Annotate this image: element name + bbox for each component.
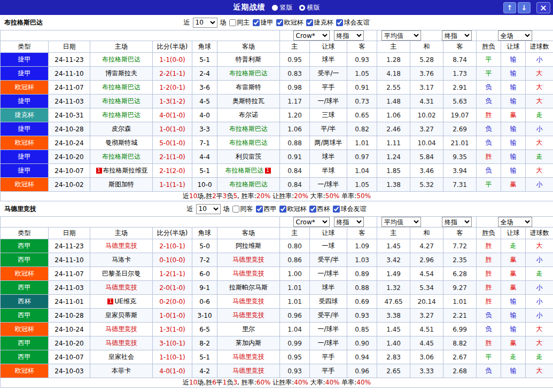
match-score[interactable]: 0-1(0-0) xyxy=(153,253,192,267)
layout-radio-vertical[interactable]: 竖版 xyxy=(272,3,293,12)
away-team-link[interactable]: 布拉格斯巴达 xyxy=(229,125,268,132)
checkbox-input[interactable] xyxy=(276,19,283,26)
home-team-link[interactable]: 马德里竞技 xyxy=(105,284,137,291)
home-team-link[interactable]: 布拉格斯巴达 xyxy=(102,97,141,105)
away-team-link[interactable]: 布雷斯特 xyxy=(236,83,261,91)
away-team-link[interactable]: 莱加内斯 xyxy=(236,339,261,347)
filter-checkbox[interactable]: 欧冠杯 xyxy=(279,205,307,214)
euro-odds-time-select[interactable]: 终指 xyxy=(442,30,472,41)
away-team-link[interactable]: 马德里竞技 xyxy=(232,367,264,374)
away-team-link[interactable]: 马德里竞技 xyxy=(232,270,264,277)
close-button[interactable]: × xyxy=(536,2,550,13)
match-count-select[interactable]: 10 xyxy=(196,204,221,214)
checkbox-input[interactable] xyxy=(256,206,263,213)
asian-odds-time-select[interactable]: 终指 xyxy=(334,217,364,227)
match-score[interactable]: 4-0(1-0) xyxy=(153,364,192,378)
home-team-link[interactable]: 博雷斯拉夫 xyxy=(105,69,137,77)
away-team-link[interactable]: 拉斯帕尔马斯 xyxy=(229,284,268,291)
layout-radio-horizontal[interactable]: 横版 xyxy=(299,3,320,12)
filter-checkbox[interactable]: 球会友谊 xyxy=(336,18,370,27)
filter-checkbox[interactable]: 捷甲 xyxy=(253,18,274,27)
home-team-link[interactable]: 马德里竞技 xyxy=(105,339,137,347)
match-score[interactable]: 1-2(0-1) xyxy=(153,81,192,95)
home-team-link[interactable]: 马德里竞技 xyxy=(105,242,137,249)
away-team-link[interactable]: 里尔 xyxy=(242,325,255,333)
move-up-button[interactable]: ↑ xyxy=(503,2,516,13)
match-score[interactable]: 1-2(1-1) xyxy=(153,267,192,281)
euro-odds-company-select[interactable]: 平均值 xyxy=(381,30,421,41)
home-team-link[interactable]: 皇家社会 xyxy=(108,353,134,360)
home-team-link[interactable]: 布拉格斯巴达 xyxy=(102,153,141,160)
home-team-link[interactable]: UE维克 xyxy=(114,297,136,305)
match-score[interactable]: 2-2(1-1) xyxy=(153,67,192,81)
match-score[interactable]: 1-1(0-0) xyxy=(153,53,192,67)
checkbox-input[interactable] xyxy=(253,19,260,26)
match-count-select[interactable]: 10 xyxy=(193,18,217,28)
asian-odds-company-select[interactable]: Crow* xyxy=(293,30,330,41)
radio-icon[interactable] xyxy=(272,5,278,11)
filter-checkbox[interactable]: 同客 xyxy=(232,205,253,214)
filter-checkbox[interactable]: 西甲 xyxy=(256,205,277,214)
match-score[interactable]: 4-0(1-0) xyxy=(153,108,192,122)
asian-odds-company-select[interactable]: Crow* xyxy=(293,217,330,227)
away-team-link[interactable]: 奥斯特拉瓦 xyxy=(232,97,264,105)
match-row: 捷甲24-10-28皮尔森1-0(1-0)3-3布拉格斯巴达1.06平/半0.8… xyxy=(1,122,553,136)
match-score[interactable]: 2-1(0-1) xyxy=(153,239,192,253)
home-team-link[interactable]: 布拉格斯巴达 xyxy=(102,111,141,119)
home-team-link[interactable]: 布拉格斯拉维亚 xyxy=(103,167,148,174)
away-team-link[interactable]: 布尔诺 xyxy=(239,111,258,119)
checkbox-input[interactable] xyxy=(232,206,239,213)
radio-icon[interactable] xyxy=(299,5,305,11)
move-down-button[interactable]: ↓ xyxy=(518,2,531,13)
away-team-link[interactable]: 马德里竞技 xyxy=(232,256,264,263)
match-score[interactable]: 1-0(1-0) xyxy=(153,122,192,136)
away-team-link[interactable]: 布拉格斯巴达 xyxy=(229,181,268,188)
home-team-link[interactable]: 皮尔森 xyxy=(112,125,131,132)
filter-checkbox[interactable]: 球会友谊 xyxy=(333,205,367,214)
home-team-link[interactable]: 布拉格斯巴达 xyxy=(102,56,141,63)
match-score[interactable]: 1-1(1-1) xyxy=(153,178,192,192)
checkbox-input[interactable] xyxy=(279,206,286,213)
away-team-link[interactable]: 马德里竞技 xyxy=(232,297,264,305)
checkbox-input[interactable] xyxy=(333,206,340,213)
match-score[interactable]: 1-1(0-1) xyxy=(153,350,192,364)
result-scope-select[interactable]: 全场 xyxy=(498,217,532,227)
euro-odds-company-select[interactable]: 平均值 xyxy=(381,217,421,227)
home-team-link[interactable]: 本菲卡 xyxy=(112,367,131,374)
checkbox-input[interactable] xyxy=(309,206,316,213)
home-team-link[interactable]: 曼彻斯特城 xyxy=(105,139,137,146)
home-team-link[interactable]: 皇家贝蒂斯 xyxy=(105,311,137,319)
filter-checkbox[interactable]: 西杯 xyxy=(309,205,330,214)
match-score[interactable]: 2-1(2-0) xyxy=(153,164,192,178)
checkbox-input[interactable] xyxy=(336,19,343,26)
match-score[interactable]: 5-0(1-0) xyxy=(153,136,192,150)
checkbox-input[interactable] xyxy=(306,19,313,26)
away-team-link[interactable]: 马德里竞技 xyxy=(232,311,264,319)
match-score[interactable]: 2-1(1-0) xyxy=(153,150,192,164)
home-team-link[interactable]: 斯图加特 xyxy=(108,181,134,188)
away-team-link[interactable]: 布拉格斯巴达 xyxy=(229,139,268,146)
filter-checkbox[interactable]: 捷克杯 xyxy=(306,18,333,27)
result-scope-select[interactable]: 全场 xyxy=(498,30,532,41)
home-team-link[interactable]: 马洛卡 xyxy=(112,256,131,263)
away-team-link[interactable]: 特普利斯 xyxy=(236,56,261,63)
home-team-link[interactable]: 马德里竞技 xyxy=(105,325,137,333)
match-score[interactable]: 1-0(1-0) xyxy=(153,309,192,323)
filter-checkbox[interactable]: 同主 xyxy=(229,18,250,27)
match-score[interactable]: 2-0(1-0) xyxy=(153,281,192,295)
away-team-link[interactable]: 布拉格斯巴达 xyxy=(225,167,264,174)
match-score[interactable]: 3-1(0-1) xyxy=(153,336,192,350)
away-team-link[interactable]: 利贝雷茨 xyxy=(236,153,261,160)
asian-odds-time-select[interactable]: 终指 xyxy=(334,30,364,41)
away-team-link[interactable]: 布拉格斯巴达 xyxy=(229,69,268,77)
away-team-link[interactable]: 阿拉维斯 xyxy=(236,242,261,249)
euro-odds-time-select[interactable]: 终指 xyxy=(442,217,472,227)
match-score[interactable]: 1-3(1-0) xyxy=(153,323,192,336)
checkbox-input[interactable] xyxy=(229,19,236,26)
home-team-link[interactable]: 巴黎圣日尔曼 xyxy=(102,270,141,277)
match-score[interactable]: 0-2(0-0) xyxy=(153,295,192,309)
filter-checkbox[interactable]: 欧冠杯 xyxy=(276,18,303,27)
home-team-link[interactable]: 布拉格斯巴达 xyxy=(102,83,141,91)
away-team-link[interactable]: 马德里竞技 xyxy=(232,353,264,360)
match-score[interactable]: 1-3(1-2) xyxy=(153,95,192,108)
